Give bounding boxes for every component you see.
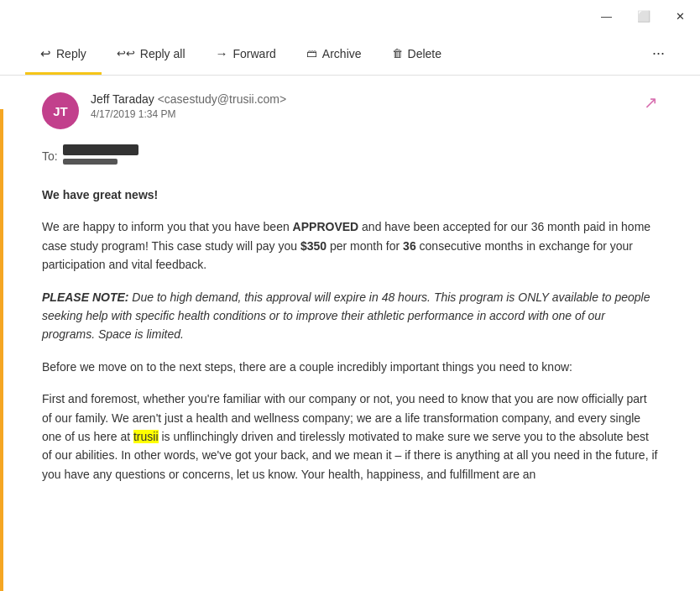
forward-icon: →	[216, 46, 228, 60]
archive-icon: 🗃	[306, 47, 317, 60]
forward-button[interactable]: → Forward	[201, 32, 291, 75]
to-field: To:	[42, 143, 658, 169]
email-toolbar: ↩ Reply ↩↩ Reply all → Forward 🗃 Archive…	[0, 32, 700, 76]
subject-line: We have great news!	[42, 186, 658, 204]
reply-icon: ↩	[40, 46, 51, 61]
title-bar: — ⬜ ✕	[0, 0, 700, 32]
delete-icon: 🗑	[392, 47, 403, 60]
more-actions-button[interactable]: ···	[642, 32, 675, 75]
body-paragraph-3: Before we move on to the next steps, the…	[42, 358, 658, 376]
to-redacted	[63, 143, 147, 169]
delete-label: Delete	[408, 47, 441, 60]
left-accent-bar	[0, 109, 3, 591]
email-content: JT Jeff Taraday <casestudy@trusii.com> 4…	[0, 76, 700, 591]
reply-all-label: Reply all	[140, 47, 185, 60]
email-header: JT Jeff Taraday <casestudy@trusii.com> 4…	[42, 92, 658, 129]
avatar: JT	[42, 92, 79, 129]
archive-button[interactable]: 🗃 Archive	[291, 32, 377, 75]
svg-rect-1	[63, 159, 118, 165]
archive-label: Archive	[322, 47, 362, 60]
svg-rect-0	[63, 144, 138, 155]
email-date: 4/17/2019 1:34 PM	[91, 108, 635, 120]
forward-label: Forward	[233, 47, 276, 60]
restore-button[interactable]: ⬜	[632, 8, 656, 24]
reply-button[interactable]: ↩ Reply	[25, 32, 102, 75]
highlighted-word: trusii	[133, 430, 159, 443]
minimize-button[interactable]: —	[596, 8, 617, 24]
sender-name: Jeff Taraday <casestudy@trusii.com>	[91, 92, 635, 106]
delete-button[interactable]: 🗑 Delete	[377, 32, 457, 75]
sender-email: <casestudy@trusii.com>	[158, 92, 287, 106]
reply-label: Reply	[56, 47, 86, 60]
body-paragraph-1: We are happy to inform you that you have…	[42, 217, 658, 274]
sender-info: Jeff Taraday <casestudy@trusii.com> 4/17…	[91, 92, 635, 120]
redacted-recipient-image	[63, 143, 147, 166]
reply-all-button[interactable]: ↩↩ Reply all	[102, 32, 201, 75]
body-paragraph-4: First and foremost, whether you're famil…	[42, 390, 658, 484]
reply-all-icon: ↩↩	[117, 47, 135, 60]
close-button[interactable]: ✕	[671, 8, 690, 24]
open-in-new-icon[interactable]: ↗	[644, 92, 658, 112]
to-label: To:	[42, 149, 58, 163]
body-paragraph-2: PLEASE NOTE: Due to high demand, this ap…	[42, 288, 658, 344]
email-body: We have great news! We are happy to info…	[42, 186, 658, 484]
